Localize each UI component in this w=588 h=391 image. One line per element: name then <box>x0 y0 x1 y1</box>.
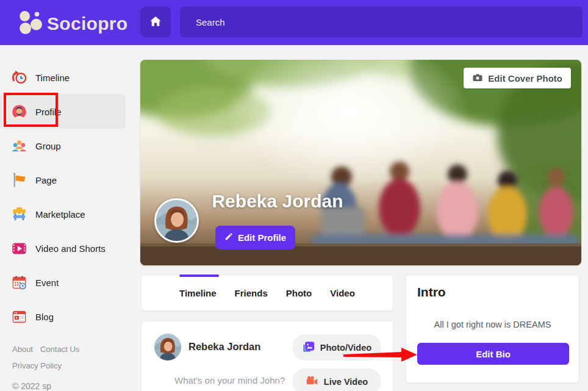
search-bar <box>180 7 583 37</box>
camera-icon <box>472 72 483 85</box>
brand-name: Sociopro <box>47 13 127 34</box>
intro-bio-text: All I got right now is DREAMS <box>406 320 579 329</box>
edit-profile-label: Edit Profile <box>238 232 286 243</box>
footer-link-privacy-policy[interactable]: Privacy Policy <box>12 361 62 370</box>
footer-link-contact-us[interactable]: Contact Us <box>40 345 79 354</box>
intro-card: Intro All I got right now is DREAMS Edit… <box>406 274 579 383</box>
home-button[interactable] <box>140 7 171 37</box>
blog-window-icon <box>11 309 27 325</box>
live-video-label: Live Video <box>324 377 368 387</box>
sidebar-footer: About Contact Us Privacy Policy © 2022 s… <box>12 345 134 391</box>
sidebar-item-profile[interactable]: Profile <box>0 95 126 129</box>
event-calendar-icon <box>11 274 27 291</box>
sidebar-item-event[interactable]: Event <box>0 265 128 300</box>
sidebar-item-label: Timeline <box>35 73 70 83</box>
cover-photo-art <box>140 60 581 265</box>
photo-video-icon <box>302 340 315 355</box>
tab-timeline[interactable]: Timeline <box>179 288 217 298</box>
composer-user-name: Rebeka Jordan <box>188 341 260 353</box>
video-play-icon <box>11 240 27 257</box>
edit-profile-button[interactable]: Edit Profile <box>215 226 295 249</box>
post-composer-card: Rebeka Jordan Photo/Video Live Video Wha… <box>141 321 393 391</box>
tab-photo[interactable]: Photo <box>286 288 312 298</box>
sidebar-item-page[interactable]: Page <box>0 163 128 197</box>
composer-prompt[interactable]: What's on your mind John? <box>174 375 285 386</box>
photo-video-label: Photo/Video <box>320 343 371 353</box>
search-input[interactable] <box>180 7 583 37</box>
group-people-icon <box>11 138 27 154</box>
profile-tabs-card: Timeline Friends Photo Video <box>141 274 393 311</box>
sidebar-item-video-and-shorts[interactable]: Video and Shorts <box>0 231 128 265</box>
live-video-button[interactable]: Live Video <box>292 368 381 391</box>
sidebar-item-blog[interactable]: Blog <box>0 300 128 334</box>
brand-logo[interactable]: Sociopro <box>17 10 127 38</box>
sidebar-nav: Timeline Profile Group <box>0 60 128 334</box>
sidebar-item-label: Blog <box>35 312 54 322</box>
edit-cover-photo-label: Edit Cover Photo <box>488 73 562 84</box>
cover-photo: Edit Cover Photo Rebeka Jordan Edit Prof… <box>140 60 581 265</box>
edit-cover-photo-button[interactable]: Edit Cover Photo <box>464 68 571 88</box>
app-header: Sociopro <box>0 0 588 45</box>
timeline-clock-icon <box>11 70 27 86</box>
active-tab-indicator <box>179 274 219 277</box>
live-video-icon <box>306 375 318 389</box>
sidebar-item-group[interactable]: Group <box>0 129 128 163</box>
sidebar-item-label: Page <box>35 175 57 185</box>
sidebar-item-label: Group <box>35 141 61 151</box>
sidebar-item-label: Event <box>35 278 59 288</box>
sidebar-item-timeline[interactable]: Timeline <box>0 60 128 95</box>
market-stall-icon <box>11 206 27 223</box>
intro-title: Intro <box>417 285 446 300</box>
footer-link-about[interactable]: About <box>12 345 33 354</box>
home-icon <box>149 15 162 30</box>
profile-avatar-icon <box>11 104 27 120</box>
sidebar-item-label: Profile <box>35 107 62 117</box>
tab-friends[interactable]: Friends <box>235 288 268 298</box>
flag-icon <box>11 172 27 188</box>
photo-video-button[interactable]: Photo/Video <box>292 334 381 361</box>
tab-video[interactable]: Video <box>330 288 355 298</box>
profile-name: Rebeka Jordan <box>177 191 378 212</box>
sidebar-item-label: Video and Shorts <box>35 243 106 254</box>
pencil-icon <box>224 232 233 243</box>
sidebar-item-marketplace[interactable]: Marketplace <box>0 197 128 231</box>
sidebar-item-label: Marketplace <box>35 209 85 220</box>
sociopro-logo-icon <box>17 10 43 38</box>
profile-tabs: Timeline Friends Photo Video <box>142 275 393 310</box>
edit-bio-button[interactable]: Edit Bio <box>417 343 569 365</box>
composer-avatar <box>154 334 181 361</box>
copyright-text: © 2022 sp <box>12 381 134 391</box>
